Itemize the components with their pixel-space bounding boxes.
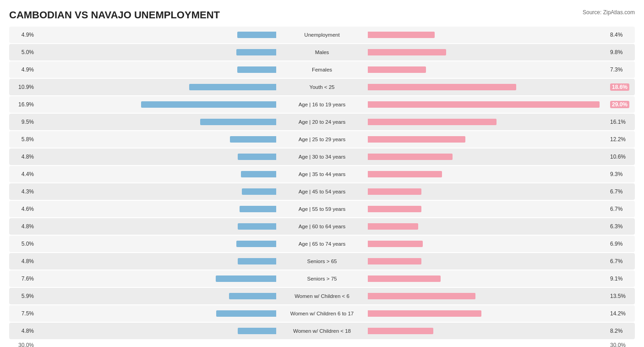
bar-row: 4.4% Age | 35 to 44 years 9.3% bbox=[9, 166, 635, 182]
right-value-cell: 6.3% bbox=[607, 223, 635, 230]
bars-right bbox=[368, 170, 607, 178]
bars-left bbox=[37, 187, 276, 196]
bar-row: 4.3% Age | 45 to 54 years 6.7% bbox=[9, 183, 635, 200]
bars-right bbox=[368, 222, 607, 231]
bars-left bbox=[37, 327, 276, 335]
right-value-cell: 18.6% bbox=[607, 84, 635, 90]
right-value: 12.2% bbox=[610, 136, 626, 143]
bar-navajo bbox=[368, 136, 465, 143]
left-value: 4.6% bbox=[9, 206, 37, 212]
row-label: Unemployment bbox=[276, 32, 368, 38]
bar-navajo bbox=[368, 32, 435, 38]
bar-row: 4.8% Seniors > 65 6.7% bbox=[9, 253, 635, 270]
left-value: 4.4% bbox=[9, 171, 37, 177]
right-value-cell: 7.3% bbox=[607, 66, 635, 73]
row-inner: 4.8% Age | 30 to 34 years 10.6% bbox=[9, 150, 635, 164]
left-value: 7.5% bbox=[9, 310, 37, 317]
row-inner: 10.9% Youth < 25 18.6% bbox=[9, 80, 635, 94]
right-value-cell: 6.7% bbox=[607, 188, 635, 195]
right-value-cell: 10.6% bbox=[607, 154, 635, 160]
bar-cambodian bbox=[240, 206, 276, 212]
right-value-cell: 8.4% bbox=[607, 32, 635, 38]
bars-left bbox=[37, 309, 276, 318]
bar-navajo bbox=[368, 293, 475, 299]
bars-right bbox=[368, 66, 607, 74]
bars-right bbox=[368, 275, 607, 283]
left-value: 4.8% bbox=[9, 154, 37, 160]
bars-right bbox=[368, 205, 607, 213]
right-value-cell: 9.3% bbox=[607, 171, 635, 177]
left-value: 16.9% bbox=[9, 101, 37, 108]
bar-row: 5.8% Age | 25 to 29 years 12.2% bbox=[9, 131, 635, 148]
bar-row: 4.9% Unemployment 8.4% bbox=[9, 27, 635, 43]
bar-navajo bbox=[368, 154, 453, 160]
bars-left bbox=[37, 135, 276, 143]
left-value: 5.0% bbox=[9, 49, 37, 55]
left-value: 7.6% bbox=[9, 275, 37, 282]
bars-left bbox=[37, 153, 276, 161]
row-label: Age | 20 to 24 years bbox=[276, 119, 368, 125]
row-inner: 5.0% Males 9.8% bbox=[9, 45, 635, 59]
bar-row: 7.5% Women w/ Children 6 to 17 14.2% bbox=[9, 305, 635, 322]
right-value-cell: 14.2% bbox=[607, 310, 635, 317]
row-inner: 4.4% Age | 35 to 44 years 9.3% bbox=[9, 167, 635, 181]
left-value: 4.9% bbox=[9, 32, 37, 38]
right-value: 6.7% bbox=[610, 258, 622, 264]
bars-left bbox=[37, 275, 276, 283]
bar-cambodian bbox=[141, 101, 276, 108]
bar-cambodian bbox=[200, 119, 276, 125]
right-value: 16.1% bbox=[610, 119, 626, 125]
row-label: Age | 45 to 54 years bbox=[276, 189, 368, 194]
right-value: 6.9% bbox=[610, 241, 622, 247]
left-value: 5.8% bbox=[9, 136, 37, 143]
bars-left bbox=[37, 292, 276, 300]
bars-left bbox=[37, 170, 276, 178]
bar-navajo bbox=[368, 188, 421, 195]
bar-row: 4.8% Age | 30 to 34 years 10.6% bbox=[9, 149, 635, 165]
right-value-cell: 9.1% bbox=[607, 275, 635, 282]
row-inner: 7.6% Seniors > 75 9.1% bbox=[9, 272, 635, 286]
bars-wrapper: 4.9% Unemployment 8.4% 5.0% Males 9.8% 4… bbox=[9, 27, 635, 340]
left-value: 5.0% bbox=[9, 241, 37, 247]
bar-navajo bbox=[368, 275, 441, 282]
bars-left bbox=[37, 240, 276, 248]
bars-right bbox=[368, 48, 607, 56]
bar-cambodian bbox=[241, 171, 276, 177]
right-value: 9.1% bbox=[610, 275, 622, 282]
row-label: Age | 65 to 74 years bbox=[276, 241, 368, 247]
bars-right bbox=[368, 309, 607, 318]
chart-source: Source: ZipAtlas.com bbox=[583, 9, 635, 16]
bar-row: 4.9% Females 7.3% bbox=[9, 61, 635, 78]
bars-right bbox=[368, 135, 607, 143]
bars-right bbox=[368, 292, 607, 300]
bar-cambodian bbox=[238, 154, 276, 160]
right-value-cell: 6.7% bbox=[607, 258, 635, 264]
bar-row: 4.6% Age | 55 to 59 years 6.7% bbox=[9, 201, 635, 217]
row-inner: 4.9% Unemployment 8.4% bbox=[9, 28, 635, 42]
row-label: Women w/ Children < 18 bbox=[276, 328, 368, 334]
left-value: 10.9% bbox=[9, 84, 37, 90]
bar-navajo bbox=[368, 223, 418, 230]
right-value: 6.7% bbox=[610, 206, 622, 212]
right-value: 9.3% bbox=[610, 171, 622, 177]
bar-row: 5.0% Males 9.8% bbox=[9, 44, 635, 61]
bar-navajo bbox=[368, 84, 516, 90]
bar-navajo bbox=[368, 49, 446, 55]
row-label: Males bbox=[276, 50, 368, 55]
right-value-cell: 6.7% bbox=[607, 206, 635, 212]
chart-container: CAMBODIAN VS NAVAJO UNEMPLOYMENT Source:… bbox=[9, 9, 635, 347]
bar-navajo bbox=[368, 171, 442, 177]
bars-right bbox=[368, 118, 607, 126]
bar-row: 5.9% Women w/ Children < 6 13.5% bbox=[9, 288, 635, 304]
right-value-cell: 16.1% bbox=[607, 119, 635, 125]
row-inner: 4.9% Females 7.3% bbox=[9, 63, 635, 77]
row-inner: 4.6% Age | 55 to 59 years 6.7% bbox=[9, 202, 635, 216]
row-label: Age | 25 to 29 years bbox=[276, 137, 368, 142]
bar-navajo bbox=[368, 206, 421, 212]
right-value-cell: 9.8% bbox=[607, 49, 635, 55]
bar-row: 4.8% Age | 60 to 64 years 6.3% bbox=[9, 218, 635, 235]
left-value: 4.3% bbox=[9, 188, 37, 195]
bar-cambodian bbox=[237, 32, 276, 38]
bar-row: 9.5% Age | 20 to 24 years 16.1% bbox=[9, 114, 635, 130]
left-value: 9.5% bbox=[9, 119, 37, 125]
